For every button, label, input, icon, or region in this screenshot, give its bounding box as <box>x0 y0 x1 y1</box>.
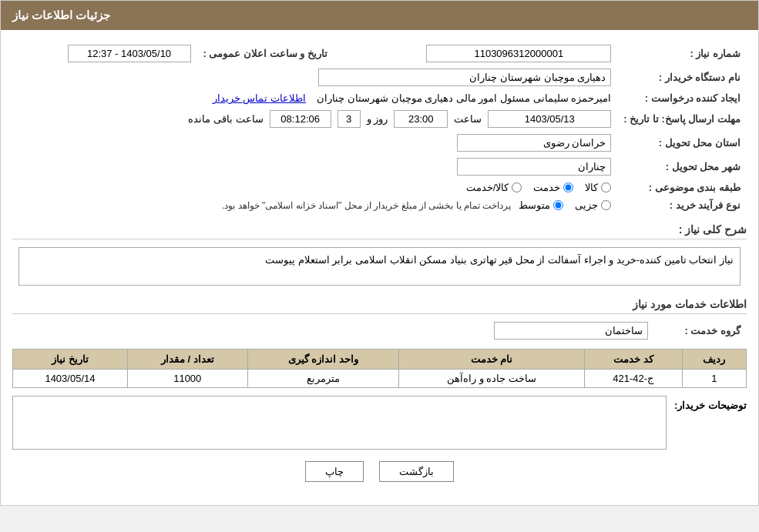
category-radio-kala-khadamat-input[interactable] <box>512 182 522 192</box>
need-number-box: 1103096312000001 <box>426 45 611 62</box>
table-cell-row: 1 <box>682 370 746 388</box>
buyer-org-value: دهیاری موچبان شهرستان چناران <box>12 65 617 89</box>
buyer-org-label: نام دستگاه خریدار : <box>617 65 747 89</box>
service-group-value: ساختمان <box>494 322 648 340</box>
purchase-type-cell: متوسط جزیی پرداخت تمام یا بخشی از مبلغ خ… <box>12 196 617 214</box>
category-radio-kala-khadamat-label: کالا/خدمت <box>466 182 509 193</box>
service-group-value-cell: ساختمان <box>12 319 654 343</box>
col-header-date: تاریخ نیاز <box>13 350 128 370</box>
category-radio-khadamat[interactable]: خدمت <box>533 182 573 193</box>
province-value-cell: خراسان رضوی <box>12 131 617 155</box>
purchase-type-notice: پرداخت تمام یا بخشی از مبلغ خریدار از مح… <box>222 200 511 211</box>
table-cell-unit: مترمربع <box>247 370 398 388</box>
category-radio-kala-input[interactable] <box>601 182 611 192</box>
category-options-cell: کالا/خدمت خدمت کالا <box>12 179 617 196</box>
category-label: طبقه بندی موضوعی : <box>617 179 747 196</box>
category-radio-kala[interactable]: کالا <box>585 182 611 193</box>
announce-label: تاریخ و ساعت اعلان عمومی : <box>197 42 334 65</box>
description-section-title: شرح کلی نیاز : <box>12 223 747 239</box>
creator-value-cell: امیرحمزه سلیمانی مسئول امور مالی دهیاری … <box>12 89 617 107</box>
table-cell-date: 1403/05/14 <box>13 370 128 388</box>
service-group-table: گروه خدمت : ساختمان <box>12 319 747 343</box>
services-section-title: اطلاعات خدمات مورد نیاز <box>12 298 747 314</box>
deadline-remaining: 08:12:06 <box>270 110 331 128</box>
buyer-notes-label: توضیحات خریدار: <box>674 396 747 411</box>
purchase-type-radio-group: متوسط جزیی <box>519 199 611 211</box>
col-header-quantity: تعداد / مقدار <box>127 350 247 370</box>
col-header-row: ردیف <box>682 350 746 370</box>
table-cell-quantity: 11000 <box>127 370 247 388</box>
deadline-time: 23:00 <box>394 110 448 128</box>
description-table: نیاز انتخاب تامین کننده-خرید و اجراء آسف… <box>12 244 747 289</box>
description-text-cell: نیاز انتخاب تامین کننده-خرید و اجراء آسف… <box>12 244 747 289</box>
table-row: 1ج-42-421ساخت جاده و راه‌آهنمترمربع11000… <box>13 370 747 388</box>
buyer-org-box: دهیاری موچبان شهرستان چناران <box>318 69 611 86</box>
creator-value: امیرحمزه سلیمانی مسئول امور مالی دهیاری … <box>317 92 611 104</box>
services-table: ردیف کد خدمت نام خدمت واحد اندازه گیری ت… <box>12 349 747 388</box>
col-header-unit: واحد اندازه گیری <box>247 350 398 370</box>
purchase-type-radio-jozii-input[interactable] <box>601 200 611 210</box>
announce-value: 1403/05/10 - 12:37 <box>68 45 191 62</box>
city-value: چناران <box>457 158 611 176</box>
page-title: جزئیات اطلاعات نیاز <box>1 1 758 30</box>
category-radio-kala-label: کالا <box>585 182 598 193</box>
info-table: شماره نیاز : 1103096312000001 تاریخ و سا… <box>12 42 747 214</box>
deadline-days: 3 <box>338 110 361 128</box>
table-cell-code: ج-42-421 <box>584 370 682 388</box>
deadline-date: 1403/05/13 <box>488 110 611 128</box>
print-button[interactable]: چاپ <box>305 461 364 482</box>
service-group-label: گروه خدمت : <box>654 319 747 343</box>
table-cell-name: ساخت جاده و راه‌آهن <box>398 370 584 388</box>
purchase-type-radio-jozii-label: جزیی <box>575 199 598 211</box>
city-label: شهر محل تحویل : <box>617 155 747 179</box>
deadline-value-cell: 1403/05/13 ساعت 23:00 روز و 3 08:12:06 س… <box>12 107 617 131</box>
buttons-row: بازگشت چاپ <box>12 461 747 494</box>
purchase-type-label: نوع فرآیند خرید : <box>617 196 747 214</box>
announce-value-cell: 1403/05/10 - 12:37 <box>12 42 197 65</box>
province-value: خراسان رضوی <box>457 134 611 152</box>
category-radio-khadamat-label: خدمت <box>533 182 560 193</box>
description-content: نیاز انتخاب تامین کننده-خرید و اجراء آسف… <box>265 254 734 266</box>
purchase-type-radio-motavaset[interactable]: متوسط <box>519 199 563 211</box>
col-header-name: نام خدمت <box>398 350 584 370</box>
creator-link[interactable]: اطلاعات تماس خریدار <box>213 92 306 104</box>
deadline-label: مهلت ارسال پاسخ: تا تاریخ : <box>617 107 747 131</box>
need-number-value: 1103096312000001 <box>349 42 617 65</box>
purchase-type-radio-jozii[interactable]: جزیی <box>575 199 611 211</box>
category-radio-group: کالا/خدمت خدمت کالا <box>18 182 611 193</box>
deadline-days-label: روز و <box>367 113 388 125</box>
purchase-type-radio-motavaset-input[interactable] <box>553 200 563 210</box>
buyer-notes-box[interactable] <box>12 396 667 450</box>
buyer-notes-wrapper: توضیحات خریدار: <box>12 396 747 450</box>
creator-label: ایجاد کننده درخواست : <box>617 89 747 107</box>
description-box: نیاز انتخاب تامین کننده-خرید و اجراء آسف… <box>18 247 741 286</box>
province-label: استان محل تحویل : <box>617 131 747 155</box>
need-number-label: شماره نیاز : <box>617 42 747 65</box>
category-radio-kala-khadamat[interactable]: کالا/خدمت <box>466 182 522 193</box>
purchase-type-radio-motavaset-label: متوسط <box>519 199 550 211</box>
category-radio-khadamat-input[interactable] <box>563 182 573 192</box>
city-value-cell: چناران <box>12 155 617 179</box>
deadline-time-label: ساعت <box>454 113 482 125</box>
deadline-remaining-label: ساعت باقی مانده <box>188 113 263 125</box>
col-header-code: کد خدمت <box>584 350 682 370</box>
back-button[interactable]: بازگشت <box>379 461 454 482</box>
